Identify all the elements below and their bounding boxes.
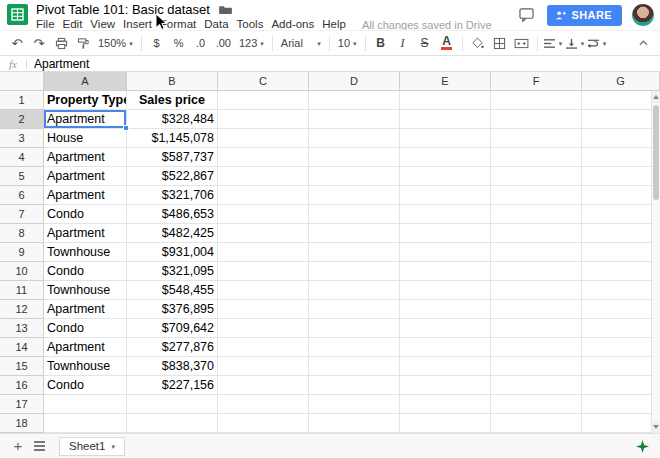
cell-E9[interactable] [400, 243, 491, 262]
cell-C5[interactable] [218, 167, 309, 186]
zoom-dropdown[interactable]: 150%▾ [95, 33, 136, 53]
cell-E15[interactable] [400, 357, 491, 376]
scroll-up-button[interactable] [652, 91, 660, 103]
print-button[interactable] [51, 33, 71, 53]
cell-B16[interactable]: $227,156 [127, 376, 218, 395]
cell-A17[interactable] [44, 395, 127, 414]
merge-cells-button[interactable] [512, 33, 532, 53]
cell-A6[interactable]: Apartment [44, 186, 127, 205]
cell-B14[interactable]: $277,876 [127, 338, 218, 357]
cell-D4[interactable] [309, 148, 400, 167]
column-header-A[interactable]: A [44, 72, 127, 91]
cell-G7[interactable] [582, 205, 660, 224]
cell-A13[interactable]: Condo [44, 319, 127, 338]
cell-F14[interactable] [491, 338, 582, 357]
cell-G2[interactable] [582, 110, 660, 129]
cell-D3[interactable] [309, 129, 400, 148]
all-sheets-menu-button[interactable] [34, 441, 45, 451]
cell-A2[interactable]: Apartment [44, 110, 127, 129]
increase-decimal-button[interactable]: .00 [213, 33, 234, 53]
avatar[interactable] [632, 4, 654, 26]
cell-G3[interactable] [582, 129, 660, 148]
cell-E7[interactable] [400, 205, 491, 224]
cell-B12[interactable]: $376,895 [127, 300, 218, 319]
cell-C11[interactable] [218, 281, 309, 300]
row-header-10[interactable]: 10 [0, 262, 44, 281]
cell-A18[interactable] [44, 414, 127, 433]
cell-F4[interactable] [491, 148, 582, 167]
row-header-9[interactable]: 9 [0, 243, 44, 262]
row-header-18[interactable]: 18 [0, 414, 44, 433]
formula-input[interactable]: Apartment [27, 57, 660, 71]
format-currency-button[interactable]: $ [147, 33, 167, 53]
cell-G4[interactable] [582, 148, 660, 167]
cell-F8[interactable] [491, 224, 582, 243]
cell-G13[interactable] [582, 319, 660, 338]
cell-G14[interactable] [582, 338, 660, 357]
row-header-4[interactable]: 4 [0, 148, 44, 167]
column-header-D[interactable]: D [309, 72, 400, 91]
cell-B11[interactable]: $548,455 [127, 281, 218, 300]
cell-D2[interactable] [309, 110, 400, 129]
cell-G11[interactable] [582, 281, 660, 300]
row-header-8[interactable]: 8 [0, 224, 44, 243]
explore-button[interactable] [632, 436, 652, 456]
fill-color-button[interactable] [468, 33, 488, 53]
cell-F9[interactable] [491, 243, 582, 262]
cell-B13[interactable]: $709,642 [127, 319, 218, 338]
cell-E5[interactable] [400, 167, 491, 186]
strikethrough-button[interactable]: S [415, 33, 435, 53]
cell-C2[interactable] [218, 110, 309, 129]
cell-E13[interactable] [400, 319, 491, 338]
cell-B7[interactable]: $486,653 [127, 205, 218, 224]
cell-C4[interactable] [218, 148, 309, 167]
cell-G8[interactable] [582, 224, 660, 243]
column-header-F[interactable]: F [491, 72, 582, 91]
row-header-11[interactable]: 11 [0, 281, 44, 300]
cell-G5[interactable] [582, 167, 660, 186]
cell-E12[interactable] [400, 300, 491, 319]
cell-E3[interactable] [400, 129, 491, 148]
borders-button[interactable] [490, 33, 510, 53]
cell-A10[interactable]: Condo [44, 262, 127, 281]
cell-G17[interactable] [582, 395, 660, 414]
row-header-15[interactable]: 15 [0, 357, 44, 376]
scroll-down-button[interactable] [652, 421, 660, 433]
cell-E4[interactable] [400, 148, 491, 167]
cell-B2[interactable]: $328,484 [127, 110, 218, 129]
cell-B1[interactable]: Sales price [127, 91, 218, 110]
cell-G18[interactable] [582, 414, 660, 433]
cell-E14[interactable] [400, 338, 491, 357]
cell-F16[interactable] [491, 376, 582, 395]
cell-D9[interactable] [309, 243, 400, 262]
cell-E17[interactable] [400, 395, 491, 414]
row-header-16[interactable]: 16 [0, 376, 44, 395]
column-header-B[interactable]: B [127, 72, 218, 91]
bold-button[interactable]: B [371, 33, 391, 53]
cell-D14[interactable] [309, 338, 400, 357]
cell-B17[interactable] [127, 395, 218, 414]
cell-A11[interactable]: Townhouse [44, 281, 127, 300]
cell-D6[interactable] [309, 186, 400, 205]
cell-D10[interactable] [309, 262, 400, 281]
cell-C7[interactable] [218, 205, 309, 224]
cell-G6[interactable] [582, 186, 660, 205]
move-to-folder-button[interactable] [219, 5, 232, 15]
cell-G10[interactable] [582, 262, 660, 281]
cell-G15[interactable] [582, 357, 660, 376]
cell-C6[interactable] [218, 186, 309, 205]
cell-E2[interactable] [400, 110, 491, 129]
cell-F15[interactable] [491, 357, 582, 376]
format-percent-button[interactable]: % [169, 33, 189, 53]
cell-C10[interactable] [218, 262, 309, 281]
redo-button[interactable]: ↷ [29, 33, 49, 53]
cell-C8[interactable] [218, 224, 309, 243]
collapse-toolbar-button[interactable] [633, 33, 653, 53]
horizontal-align-dropdown[interactable]: ▾ [543, 33, 563, 53]
cell-A16[interactable]: Condo [44, 376, 127, 395]
text-color-button[interactable]: A [437, 33, 457, 53]
cell-C17[interactable] [218, 395, 309, 414]
row-header-5[interactable]: 5 [0, 167, 44, 186]
cell-C12[interactable] [218, 300, 309, 319]
cell-A7[interactable]: Condo [44, 205, 127, 224]
